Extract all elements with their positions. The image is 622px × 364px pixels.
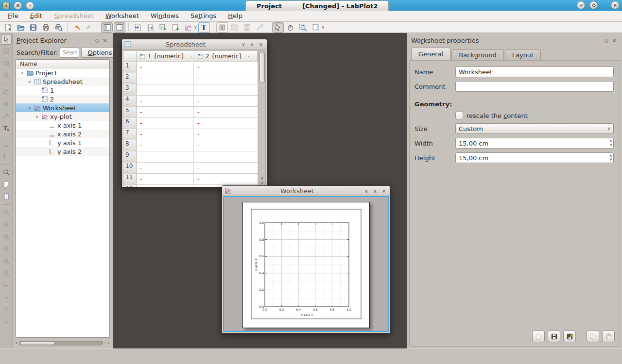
row-header[interactable]: 11… [123,174,137,184]
close-dock-icon[interactable]: × [101,36,109,44]
size-combobox[interactable]: Custom ∨ [455,123,614,134]
cell[interactable]: - [137,62,194,73]
scroll-down-icon[interactable]: ∨ [260,181,264,185]
spin-down-icon[interactable]: ∨ [609,158,612,162]
expander-icon[interactable]: ∨ [27,106,32,110]
scroll-left-icon[interactable]: ‹ [16,341,17,346]
expander-icon[interactable]: ∨ [35,115,39,119]
menu-worksheet[interactable]: Worksheet [100,11,145,20]
cell[interactable]: - [194,62,251,73]
spreadsheet-window-titlebar[interactable]: Spreadsheet ∨ ∧ × [122,39,267,50]
tab-background[interactable]: Background [451,50,504,60]
search-filter-input[interactable] [60,48,79,58]
print-button[interactable] [40,22,52,33]
worksheet-view[interactable]: 0,0 0,2 0,4 0,6 0,8 1,0 0,0 0,2 0,4 0,6 … [223,196,389,332]
float-dock-icon[interactable]: ◇ [93,36,101,44]
menu-settings[interactable]: Settings [185,11,222,20]
row-header[interactable]: 2… [123,73,137,84]
scrollbar-thumb[interactable] [259,52,265,83]
cell[interactable]: - [137,140,194,151]
window-titlebar[interactable]: Project [Changed] - LabPlot2 [0,0,622,11]
magnification-dropdown-icon[interactable]: ∨ [322,25,325,30]
magnification-button[interactable] [310,22,322,33]
scrollbar-thumb[interactable] [20,341,55,345]
cell[interactable]: - [194,129,251,140]
add-text-label-button[interactable]: T [198,22,210,33]
tree-item-column-2[interactable]: 2 [16,95,109,103]
navigate-mouse-button[interactable] [285,22,296,33]
add-xy-curve-button[interactable] [182,22,194,33]
cell[interactable]: - [137,84,194,95]
save-as-template-button[interactable] [563,331,576,342]
maximize-button[interactable] [589,1,598,9]
window-minimize-icon[interactable]: ∨ [240,42,247,47]
tree-header-name[interactable]: Name [16,60,109,68]
save-button[interactable] [27,22,39,33]
row-header[interactable]: 9… [123,151,137,162]
window-minimize-icon[interactable]: ∨ [363,188,370,194]
tab-layout[interactable]: Layout [505,50,541,60]
new-matrix-button[interactable] [157,22,169,33]
menu-edit[interactable]: Edit [24,11,48,20]
save-template-button[interactable] [548,331,560,342]
window-close-icon[interactable]: × [258,42,264,47]
zoom-area-tool[interactable] [1,167,12,178]
window-close-icon[interactable]: × [380,188,387,194]
tree-item-x-axis-1[interactable]: x axis 1 [16,121,109,130]
row-header[interactable]: 5… [123,107,137,117]
spin-down-icon[interactable]: ∨ [609,143,612,147]
cell[interactable]: - [137,118,194,129]
new-note-button[interactable] [170,22,181,33]
expander-icon[interactable]: ∨ [27,80,32,84]
cell[interactable]: - [194,140,251,151]
horizontal-scrollbar[interactable]: ‹ ‹ › [16,340,110,346]
vertical-scrollbar[interactable]: ∧∨ [259,50,266,187]
cell[interactable]: - [137,107,194,117]
tree-item-y-axis-1[interactable]: y axis 1 [16,138,109,147]
cell[interactable]: - [137,96,194,106]
new-worksheet-button[interactable] [144,22,156,33]
cell[interactable]: - [194,118,251,129]
cell[interactable]: - [194,151,251,162]
row-header[interactable]: 7… [123,129,137,140]
row-header[interactable]: 10… [123,163,137,173]
shade-button[interactable] [14,1,22,10]
row-header[interactable]: 8… [123,140,137,151]
cell[interactable]: - [137,174,194,184]
undo-button[interactable] [70,22,82,33]
cell[interactable]: - [194,96,251,106]
width-spinbox[interactable]: 15,00 cm ∧∨ [455,138,614,149]
menu-help[interactable]: Help [222,11,248,20]
tree-item-y-axis-2[interactable]: y axis 2 [16,147,109,156]
tab-general[interactable]: General [411,48,450,60]
close-dock-icon[interactable]: × [610,36,618,44]
new-spreadsheet-button[interactable] [132,22,143,33]
cell[interactable]: - [137,151,194,162]
select-cursor-tool[interactable] [1,34,12,45]
menu-windows[interactable]: Windows [145,11,185,20]
scroll-left-icon-2[interactable]: ‹ [104,341,106,346]
open-project-button[interactable] [15,22,26,33]
column-header-1[interactable]: 1 {numeric} ⋮ [137,51,194,62]
height-spinbox[interactable]: 15,00 cm ∧∨ [455,152,614,163]
tree-item-column-1[interactable]: 1 [16,86,109,95]
cell[interactable]: - [137,129,194,140]
vertical-layout-button[interactable] [216,22,228,33]
window-maximize-icon[interactable]: ∧ [372,188,379,194]
cell[interactable]: - [137,73,194,84]
vertical-dots-tool[interactable] [1,191,12,202]
toggle-properties-dock-button[interactable] [114,22,125,33]
print-preview-button[interactable] [52,22,64,33]
spreadsheet-window[interactable]: Spreadsheet ∨ ∧ × 1 {numeric} ⋮ 2 {numer… [121,39,267,187]
new-project-button[interactable] [2,22,14,33]
row-header[interactable]: 3… [123,84,137,95]
row-header[interactable]: 12… [123,185,137,187]
add-xy-curve-dropdown-icon[interactable]: ∨ [194,25,197,30]
worksheet-window-titlebar[interactable]: Worksheet ∨ ∧ × [222,186,390,196]
menu-file[interactable]: File [2,11,24,20]
tree-item-x-axis-2[interactable]: x axis 2 [16,130,109,138]
tree-item-worksheet[interactable]: ∨ Worksheet [16,103,109,112]
column-header-2[interactable]: 2 {numeric} ⋮ [194,51,251,62]
cell[interactable]: - [194,84,251,95]
cell[interactable]: - [194,174,251,184]
